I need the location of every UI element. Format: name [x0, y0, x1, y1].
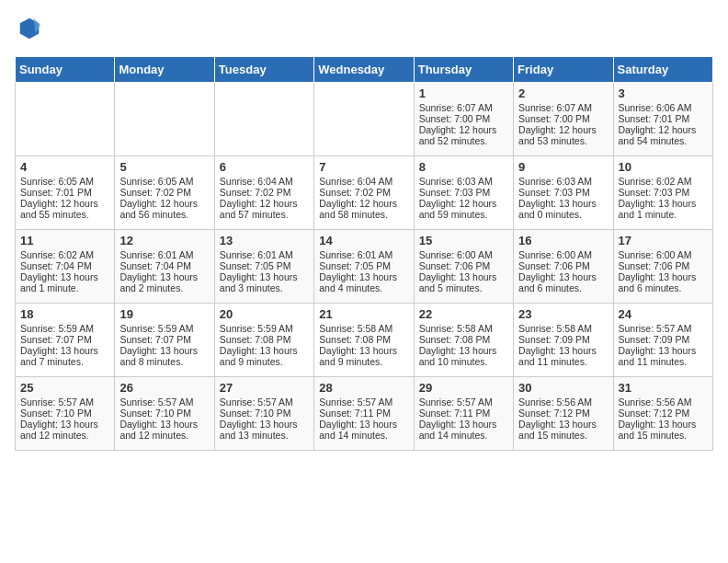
day-header-monday: Monday	[115, 57, 214, 83]
day-number: 22	[419, 307, 508, 321]
calendar-cell: 4Sunrise: 6:05 AMSunset: 7:01 PMDaylight…	[16, 156, 115, 230]
calendar-cell: 14Sunrise: 6:01 AMSunset: 7:05 PMDayligh…	[314, 230, 414, 304]
calendar-cell: 6Sunrise: 6:04 AMSunset: 7:02 PMDaylight…	[214, 156, 313, 230]
day-number: 23	[518, 307, 608, 321]
day-info: Sunrise: 6:06 AM	[619, 102, 708, 113]
day-info: Daylight: 13 hours and 8 minutes.	[119, 345, 209, 367]
day-info: Sunrise: 5:59 AM	[20, 323, 109, 334]
day-number: 7	[319, 160, 408, 174]
day-info: Daylight: 12 hours and 52 minutes.	[419, 124, 508, 146]
day-info: Sunrise: 6:04 AM	[319, 176, 408, 187]
calendar-cell	[115, 83, 214, 156]
day-info: Sunset: 7:00 PM	[518, 113, 608, 124]
day-info: Daylight: 13 hours and 4 minutes.	[319, 271, 408, 293]
calendar-cell: 19Sunrise: 5:59 AMSunset: 7:07 PMDayligh…	[115, 304, 214, 377]
calendar-week-5: 25Sunrise: 5:57 AMSunset: 7:10 PMDayligh…	[16, 377, 713, 451]
day-info: Sunset: 7:02 PM	[119, 187, 209, 198]
day-info: Daylight: 13 hours and 10 minutes.	[419, 345, 508, 367]
calendar-cell: 26Sunrise: 5:57 AMSunset: 7:10 PMDayligh…	[115, 377, 214, 451]
calendar-cell: 23Sunrise: 5:58 AMSunset: 7:09 PMDayligh…	[514, 304, 613, 377]
day-info: Sunset: 7:08 PM	[419, 334, 508, 345]
day-info: Sunrise: 5:59 AM	[119, 323, 209, 334]
day-info: Sunrise: 5:57 AM	[319, 396, 408, 408]
day-info: Daylight: 13 hours and 5 minutes.	[419, 271, 508, 293]
day-number: 9	[518, 160, 608, 174]
calendar-cell: 31Sunrise: 5:56 AMSunset: 7:12 PMDayligh…	[613, 377, 712, 451]
day-info: Sunrise: 6:01 AM	[319, 249, 408, 260]
day-info: Daylight: 13 hours and 1 minute.	[619, 198, 708, 220]
day-number: 13	[220, 234, 309, 247]
day-info: Daylight: 13 hours and 12 minutes.	[20, 419, 109, 441]
day-info: Sunset: 7:05 PM	[319, 260, 408, 271]
calendar-cell: 16Sunrise: 6:00 AMSunset: 7:06 PMDayligh…	[514, 230, 613, 304]
day-info: Sunset: 7:09 PM	[619, 334, 708, 345]
day-number: 26	[119, 381, 209, 395]
day-info: Sunset: 7:03 PM	[619, 187, 708, 198]
calendar-body: 1Sunrise: 6:07 AMSunset: 7:00 PMDaylight…	[16, 83, 713, 451]
calendar-week-3: 11Sunrise: 6:02 AMSunset: 7:04 PMDayligh…	[16, 230, 713, 304]
day-info: Daylight: 13 hours and 2 minutes.	[119, 271, 209, 293]
day-info: Sunset: 7:02 PM	[220, 187, 309, 198]
day-info: Daylight: 13 hours and 6 minutes.	[619, 271, 708, 293]
day-info: Sunset: 7:01 PM	[619, 113, 708, 124]
day-info: Sunset: 7:08 PM	[220, 334, 309, 345]
day-info: Sunrise: 5:57 AM	[220, 396, 309, 408]
day-number: 28	[319, 381, 408, 395]
calendar-cell: 22Sunrise: 5:58 AMSunset: 7:08 PMDayligh…	[414, 304, 513, 377]
day-info: Daylight: 12 hours and 57 minutes.	[220, 198, 309, 220]
calendar-cell: 17Sunrise: 6:00 AMSunset: 7:06 PMDayligh…	[613, 230, 712, 304]
day-number: 6	[220, 160, 309, 174]
day-info: Sunrise: 5:58 AM	[319, 323, 408, 334]
day-info: Sunset: 7:10 PM	[220, 408, 309, 419]
page-header	[15, 15, 713, 45]
day-info: Sunset: 7:11 PM	[319, 408, 408, 419]
day-info: Sunset: 7:06 PM	[518, 260, 608, 271]
day-info: Sunrise: 6:00 AM	[518, 249, 608, 260]
calendar-cell: 9Sunrise: 6:03 AMSunset: 7:03 PMDaylight…	[514, 156, 613, 230]
day-number: 31	[619, 381, 708, 395]
day-header-sunday: Sunday	[16, 57, 115, 83]
day-info: Sunset: 7:04 PM	[119, 260, 209, 271]
day-info: Daylight: 13 hours and 3 minutes.	[220, 271, 309, 293]
day-number: 16	[518, 234, 608, 247]
day-info: Sunset: 7:03 PM	[518, 187, 608, 198]
logo-icon	[17, 15, 42, 40]
day-info: Daylight: 13 hours and 0 minutes.	[518, 198, 608, 220]
calendar-cell: 10Sunrise: 6:02 AMSunset: 7:03 PMDayligh…	[613, 156, 712, 230]
day-number: 29	[419, 381, 508, 395]
calendar-week-4: 18Sunrise: 5:59 AMSunset: 7:07 PMDayligh…	[16, 304, 713, 377]
calendar-cell: 2Sunrise: 6:07 AMSunset: 7:00 PMDaylight…	[514, 83, 613, 156]
day-info: Sunrise: 5:57 AM	[119, 396, 209, 408]
calendar-cell	[16, 83, 115, 156]
calendar-cell: 27Sunrise: 5:57 AMSunset: 7:10 PMDayligh…	[214, 377, 313, 451]
calendar-cell: 13Sunrise: 6:01 AMSunset: 7:05 PMDayligh…	[214, 230, 313, 304]
day-number: 15	[419, 234, 508, 247]
day-info: Sunset: 7:04 PM	[20, 260, 109, 271]
day-info: Sunset: 7:03 PM	[419, 187, 508, 198]
day-header-wednesday: Wednesday	[314, 57, 414, 83]
calendar-cell: 30Sunrise: 5:56 AMSunset: 7:12 PMDayligh…	[514, 377, 613, 451]
calendar-cell: 8Sunrise: 6:03 AMSunset: 7:03 PMDaylight…	[414, 156, 513, 230]
day-info: Daylight: 12 hours and 55 minutes.	[20, 198, 109, 220]
calendar-cell: 7Sunrise: 6:04 AMSunset: 7:02 PMDaylight…	[314, 156, 414, 230]
calendar-table: SundayMondayTuesdayWednesdayThursdayFrid…	[15, 56, 713, 451]
calendar-cell: 1Sunrise: 6:07 AMSunset: 7:00 PMDaylight…	[414, 83, 513, 156]
day-number: 2	[518, 86, 608, 100]
day-header-tuesday: Tuesday	[214, 57, 313, 83]
day-number: 17	[619, 234, 708, 247]
day-info: Sunrise: 5:56 AM	[518, 396, 608, 408]
calendar-cell	[314, 83, 414, 156]
day-number: 19	[119, 307, 209, 321]
day-number: 10	[619, 160, 708, 174]
day-info: Sunset: 7:02 PM	[319, 187, 408, 198]
day-info: Daylight: 12 hours and 58 minutes.	[319, 198, 408, 220]
day-number: 3	[619, 86, 708, 100]
day-info: Sunrise: 6:03 AM	[419, 176, 508, 187]
day-info: Daylight: 13 hours and 11 minutes.	[518, 345, 608, 367]
day-info: Daylight: 13 hours and 1 minute.	[20, 271, 109, 293]
day-info: Sunrise: 6:02 AM	[619, 176, 708, 187]
day-info: Daylight: 12 hours and 54 minutes.	[619, 124, 708, 146]
day-info: Sunset: 7:11 PM	[419, 408, 508, 419]
day-number: 5	[119, 160, 209, 174]
day-info: Sunset: 7:07 PM	[20, 334, 109, 345]
